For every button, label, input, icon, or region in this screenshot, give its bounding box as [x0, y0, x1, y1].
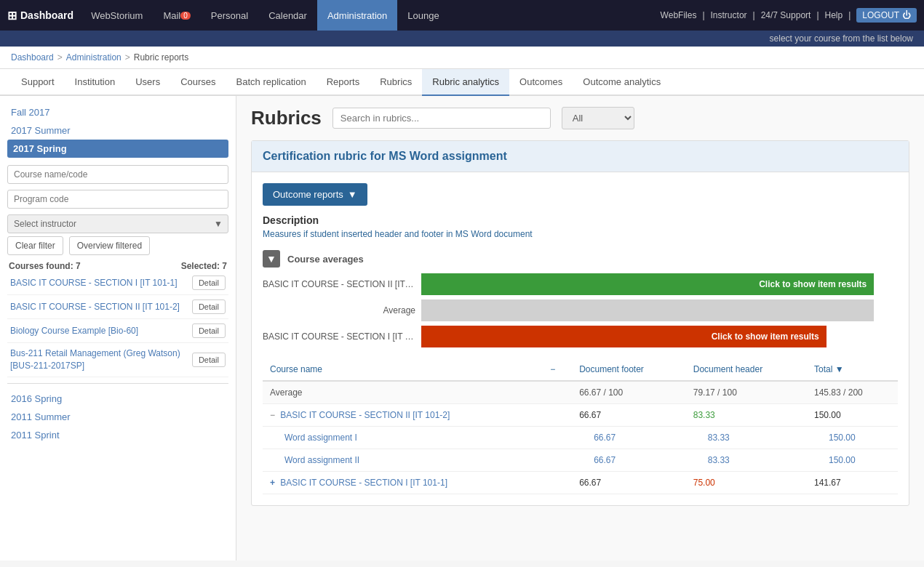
courses-found-row: Courses found: 7 Selected: 7	[7, 261, 228, 271]
col-doc-footer: Document footer	[572, 358, 686, 381]
avg-total: 145.83 / 200	[807, 381, 898, 404]
chart-bar-1[interactable]: Click to show item results	[421, 273, 874, 295]
description-heading: Description	[263, 214, 898, 226]
content-area: Rubrics All Certification rubric for MS …	[236, 96, 924, 560]
rubric-panel-title: Certification rubric for MS Word assignm…	[252, 141, 909, 172]
sidebar: Fall 2017 2017 Summer 2017 Spring Select…	[0, 96, 236, 560]
top-nav-links: WebStorium Mail 0 Personal Calendar Admi…	[81, 0, 660, 31]
brand-logo[interactable]: ⊞ Dashboard	[7, 9, 73, 23]
sub1-name: Word assignment I	[263, 427, 543, 449]
clear-filter-button[interactable]: Clear filter	[7, 236, 63, 255]
instructor-select[interactable]: Select instructor	[7, 214, 228, 233]
sidebar-year-fall2017[interactable]: Fall 2017	[7, 103, 228, 121]
sidebar-year-2017summer[interactable]: 2017 Summer	[7, 121, 228, 140]
sub1-header: 83.33	[686, 427, 807, 449]
nav-mail[interactable]: Mail 0	[153, 0, 200, 31]
program-code-filter[interactable]	[7, 190, 228, 209]
list-item: Biology Course Example [Bio-60] Detail	[7, 319, 228, 343]
col-total[interactable]: Total ▼	[807, 358, 898, 381]
word-assignment-1-link[interactable]: Word assignment I	[284, 433, 357, 443]
minus-icon[interactable]: −	[270, 410, 275, 420]
course2-name: − BASIC IT COURSE - SECTION II [IT 101-2…	[263, 404, 543, 427]
sidebar-year-2017spring[interactable]: 2017 Spring	[7, 140, 228, 158]
course2-link[interactable]: BASIC IT COURSE - SECTION II [IT 101-2]	[280, 410, 450, 420]
tab-courses[interactable]: Courses	[170, 69, 226, 96]
table-header-row: Course name − Document footer Document h…	[263, 358, 898, 381]
breadcrumb: Dashboard > Administration > Rubric repo…	[0, 47, 924, 69]
sidebar-year-2016spring[interactable]: 2016 Spring	[7, 390, 228, 408]
tab-outcomes[interactable]: Outcomes	[509, 69, 573, 96]
tab-batch-replication[interactable]: Batch replication	[226, 69, 316, 96]
sidebar-year-2011sprint[interactable]: 2011 Sprint	[7, 426, 228, 444]
course-name-4: Bus-211 Retail Management (Greg Watson) …	[10, 347, 192, 372]
nav-personal[interactable]: Personal	[201, 0, 258, 31]
mail-badge: 0	[180, 12, 191, 20]
col-minus: −	[543, 358, 572, 381]
tab-institution[interactable]: Institution	[65, 69, 126, 96]
top-navigation: ⊞ Dashboard WebStorium Mail 0 Personal C…	[0, 0, 924, 31]
sidebar-year-2011summer[interactable]: 2011 Summer	[7, 408, 228, 426]
tab-support[interactable]: Support	[11, 69, 65, 96]
tab-users[interactable]: Users	[125, 69, 170, 96]
detail-button-2[interactable]: Detail	[192, 299, 226, 314]
table-row: − BASIC IT COURSE - SECTION II [IT 101-2…	[263, 404, 898, 427]
col-doc-header: Document header	[686, 358, 807, 381]
outcome-reports-button[interactable]: Outcome reports ▼	[263, 183, 367, 206]
nav-support[interactable]: 24/7 Support	[761, 10, 811, 20]
nav-calendar[interactable]: Calendar	[258, 0, 317, 31]
sub1-footer: 66.67	[572, 427, 686, 449]
course1-link[interactable]: BASIC IT COURSE - SECTION I [IT 101-1]	[280, 478, 447, 488]
nav-webfiles[interactable]: WebFiles	[661, 10, 697, 20]
course-name-filter[interactable]	[7, 165, 228, 184]
nav-lounge[interactable]: Lounge	[397, 0, 449, 31]
chart-header: ▼ Course averages	[263, 250, 898, 268]
chart-bar-label-2: Average	[263, 305, 415, 315]
chart-row-1: BASIC IT COURSE - SECTION II [IT 10... C…	[263, 273, 898, 295]
avg-course-name: Average	[263, 381, 543, 404]
sub2-header: 83.33	[686, 449, 807, 472]
course1-header: 75.00	[686, 472, 807, 494]
avg-footer: 66.67 / 100	[572, 381, 686, 404]
word-assignment-2-link[interactable]: Word assignment II	[284, 455, 359, 465]
selected-label: Selected: 7	[181, 261, 227, 271]
second-navigation: Support Institution Users Courses Batch …	[0, 69, 924, 96]
rubric-panel-body: Outcome reports ▼ Description Measures i…	[252, 172, 909, 505]
chart-bar-3[interactable]: Click to show item results	[421, 326, 827, 347]
expand-icon[interactable]: +	[270, 478, 275, 488]
rubrics-title: Rubrics	[251, 107, 322, 129]
search-rubrics-input[interactable]	[332, 108, 551, 129]
detail-button-1[interactable]: Detail	[192, 276, 226, 290]
sub2-footer: 66.67	[572, 449, 686, 472]
course-name-3: Biology Course Example [Bio-60]	[10, 325, 192, 337]
tab-rubric-analytics[interactable]: Rubric analytics	[422, 69, 509, 96]
chart-bars: BASIC IT COURSE - SECTION II [IT 10... C…	[263, 273, 898, 347]
chart-collapse-button[interactable]: ▼	[263, 250, 280, 268]
tab-rubrics[interactable]: Rubrics	[370, 69, 422, 96]
avg-header: 79.17 / 100	[686, 381, 807, 404]
course2-minus	[543, 404, 572, 427]
nav-instructor[interactable]: Instructor	[711, 10, 747, 20]
tab-outcome-analytics[interactable]: Outcome analytics	[573, 69, 671, 96]
chart-bar-wrap-3: Click to show item results	[421, 326, 898, 347]
rubric-panel: Certification rubric for MS Word assignm…	[251, 140, 909, 506]
breadcrumb-administration[interactable]: Administration	[66, 52, 122, 63]
tab-reports[interactable]: Reports	[316, 69, 370, 96]
courses-found-label: Courses found: 7	[9, 261, 81, 271]
nav-webstorium[interactable]: WebStorium	[81, 0, 153, 31]
logout-button[interactable]: LOGOUT ⏻	[856, 8, 917, 23]
logout-icon: ⏻	[902, 10, 911, 20]
detail-button-3[interactable]: Detail	[192, 323, 226, 338]
avg-minus	[543, 381, 572, 404]
rubrics-filter-select[interactable]: All	[562, 107, 634, 129]
course2-footer: 66.67	[572, 404, 686, 427]
course1-footer: 66.67	[572, 472, 686, 494]
course-name-1: BASIC IT COURSE - SECTION I [IT 101-1]	[10, 277, 192, 289]
nav-help[interactable]: Help	[825, 10, 843, 20]
detail-button-4[interactable]: Detail	[192, 353, 226, 367]
overview-filtered-button[interactable]: Overview filtered	[69, 236, 150, 255]
chart-label: Course averages	[287, 254, 364, 265]
nav-administration[interactable]: Administration	[317, 0, 397, 31]
breadcrumb-dashboard[interactable]: Dashboard	[11, 52, 54, 63]
breadcrumb-current: Rubric reports	[134, 52, 188, 63]
table-row: + BASIC IT COURSE - SECTION I [IT 101-1]…	[263, 472, 898, 494]
